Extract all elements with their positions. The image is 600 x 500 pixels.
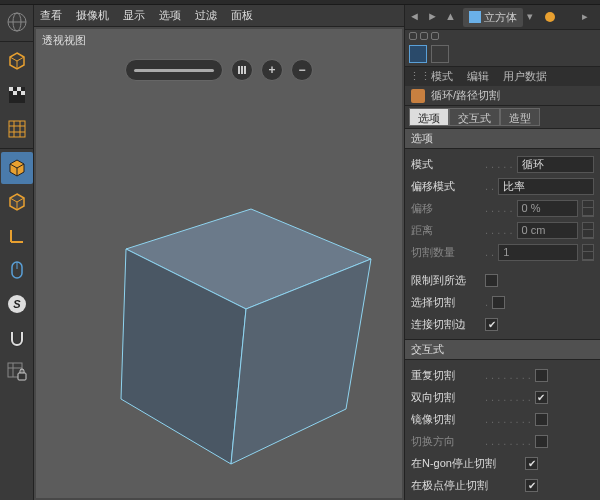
checkbox-stopngon[interactable]: ✔ bbox=[525, 457, 538, 470]
value-mode[interactable]: 循环 bbox=[517, 156, 594, 173]
value-offset-mode[interactable]: 比率 bbox=[498, 178, 594, 195]
magnet-tool[interactable] bbox=[1, 322, 33, 354]
s-tool[interactable]: S bbox=[1, 288, 33, 320]
attribute-panel: ◄ ► ▲ 立方体 ▾ ▸ ⋮⋮ 模式 编辑 用户数据 循环/路径切割 bbox=[404, 5, 600, 500]
breadcrumb[interactable]: 立方体 bbox=[463, 8, 523, 27]
value-cutcount[interactable]: 1 bbox=[498, 244, 578, 261]
cube-outline-tool[interactable] bbox=[1, 186, 33, 218]
plus-button[interactable]: + bbox=[261, 59, 283, 81]
checkbox-connectedges[interactable]: ✔ bbox=[485, 318, 498, 331]
label-bidircut: 双向切割 bbox=[411, 390, 481, 405]
dropdown-icon[interactable]: ▾ bbox=[527, 10, 541, 24]
checkbox-selectcut[interactable] bbox=[492, 296, 505, 309]
menu-camera[interactable]: 摄像机 bbox=[76, 8, 109, 23]
viewport[interactable]: 透视视图 + − bbox=[36, 29, 402, 498]
status-dot-icon bbox=[545, 12, 555, 22]
svg-rect-6 bbox=[13, 91, 17, 95]
checkbox-repeatcut[interactable] bbox=[535, 369, 548, 382]
viewport-controls: + − bbox=[125, 59, 313, 81]
checkbox-bidircut[interactable]: ✔ bbox=[535, 391, 548, 404]
spinner-offset[interactable] bbox=[582, 200, 594, 217]
viewport-label: 透视视图 bbox=[42, 33, 86, 48]
cube-solid-tool[interactable] bbox=[1, 152, 33, 184]
subtab-shaping[interactable]: 造型 bbox=[500, 108, 540, 126]
svg-rect-5 bbox=[17, 87, 21, 91]
label-stoppole: 在极点停止切割 bbox=[411, 478, 521, 493]
grid-lock-tool[interactable] bbox=[1, 356, 33, 388]
mode-square-2[interactable] bbox=[431, 45, 449, 63]
subtab-options[interactable]: 选项 bbox=[409, 108, 449, 126]
checkbox-mirrorcut[interactable] bbox=[535, 413, 548, 426]
pause-button[interactable] bbox=[231, 59, 253, 81]
tab-mode[interactable]: 模式 bbox=[425, 67, 459, 86]
mouse-tool[interactable] bbox=[1, 254, 33, 286]
checkbox-switchdir[interactable] bbox=[535, 435, 548, 448]
label-offset-mode: 偏移模式 bbox=[411, 179, 481, 194]
mode-square-1[interactable] bbox=[409, 45, 427, 63]
viewport-menubar: 查看 摄像机 显示 选项 过滤 面板 bbox=[34, 5, 404, 27]
svg-rect-25 bbox=[244, 66, 246, 74]
tool-name: 循环/路径切割 bbox=[431, 88, 500, 103]
label-connectedges: 连接切割边 bbox=[411, 317, 481, 332]
tab-edit[interactable]: 编辑 bbox=[461, 67, 495, 86]
checkbox-stoppole[interactable]: ✔ bbox=[525, 479, 538, 492]
svg-rect-22 bbox=[18, 373, 26, 380]
menu-filter[interactable]: 过滤 bbox=[195, 8, 217, 23]
nav-prev-icon[interactable]: ◄ bbox=[409, 10, 423, 24]
axis-tool[interactable] bbox=[1, 220, 33, 252]
drag-dots-icon: ⋮⋮ bbox=[409, 70, 423, 83]
checkbox-limitsel[interactable] bbox=[485, 274, 498, 287]
label-mode: 模式 bbox=[411, 157, 481, 172]
spinner-cutcount[interactable] bbox=[582, 244, 594, 261]
svg-rect-23 bbox=[238, 66, 240, 74]
svg-rect-7 bbox=[21, 91, 25, 95]
minus-button[interactable]: − bbox=[291, 59, 313, 81]
menu-options[interactable]: 选项 bbox=[159, 8, 181, 23]
expand-icon[interactable]: ▸ bbox=[582, 10, 596, 24]
spinner-distance[interactable] bbox=[582, 222, 594, 239]
value-offset[interactable]: 0 % bbox=[517, 200, 578, 217]
svg-text:S: S bbox=[13, 298, 21, 310]
section-interactive: 交互式 bbox=[405, 339, 600, 360]
label-cutcount: 切割数量 bbox=[411, 245, 481, 260]
subtab-interactive[interactable]: 交互式 bbox=[449, 108, 500, 126]
label-repeatcut: 重复切割 bbox=[411, 368, 481, 383]
breadcrumb-label: 立方体 bbox=[484, 10, 517, 25]
tool-icon bbox=[411, 89, 425, 103]
nav-next-icon[interactable]: ► bbox=[427, 10, 441, 24]
label-offset: 偏移 bbox=[411, 201, 481, 216]
left-toolbar: S bbox=[0, 5, 34, 500]
globe-tool[interactable] bbox=[1, 6, 33, 38]
svg-rect-24 bbox=[241, 66, 243, 74]
svg-rect-4 bbox=[9, 87, 13, 91]
cube-icon bbox=[469, 11, 481, 23]
label-selectcut: 选择切割 bbox=[411, 295, 481, 310]
svg-rect-8 bbox=[9, 121, 25, 137]
label-mirrorcut: 镜像切割 bbox=[411, 412, 481, 427]
cube-tool[interactable] bbox=[1, 45, 33, 77]
label-distance: 距离 bbox=[411, 223, 481, 238]
section-options: 选项 bbox=[405, 128, 600, 149]
grid-tool[interactable] bbox=[1, 113, 33, 145]
tab-userdata[interactable]: 用户数据 bbox=[497, 67, 553, 86]
label-stopngon: 在N-gon停止切割 bbox=[411, 456, 521, 471]
label-limitsel: 限制到所选 bbox=[411, 273, 481, 288]
menu-view[interactable]: 查看 bbox=[40, 8, 62, 23]
timeline-slider[interactable] bbox=[125, 59, 223, 81]
menu-panel[interactable]: 面板 bbox=[231, 8, 253, 23]
pattern-tool[interactable] bbox=[1, 79, 33, 111]
label-switchdir: 切换方向 bbox=[411, 434, 481, 449]
value-distance[interactable]: 0 cm bbox=[517, 222, 578, 239]
cube-object[interactable] bbox=[86, 149, 386, 469]
nav-up-icon[interactable]: ▲ bbox=[445, 10, 459, 24]
menu-display[interactable]: 显示 bbox=[123, 8, 145, 23]
